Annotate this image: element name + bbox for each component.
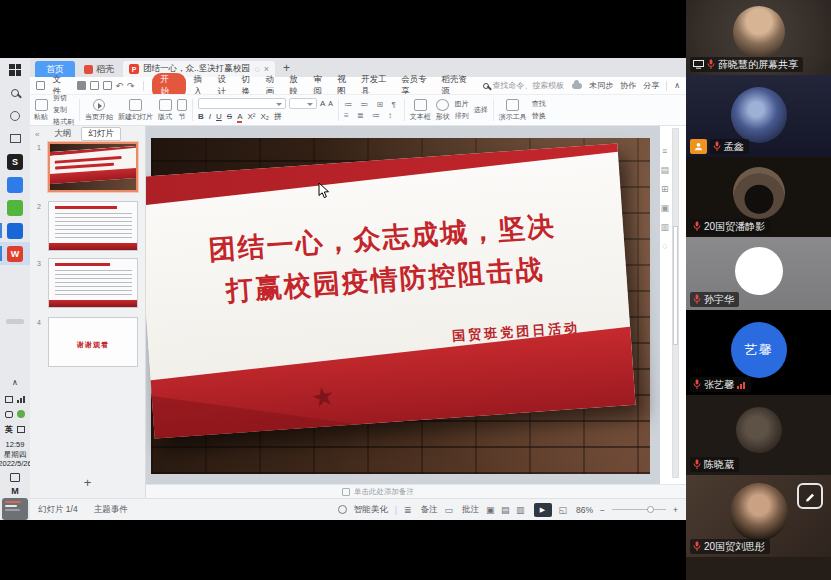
present-tools-button[interactable]: 演示工具: [499, 97, 527, 123]
participant-tile[interactable]: 艺馨 张艺馨: [686, 310, 831, 395]
taskbar-app-green[interactable]: [0, 196, 30, 219]
tray-row-1[interactable]: [5, 392, 25, 407]
list-icons-row[interactable]: ≔ ≕ ⊞ ¶: [344, 100, 399, 109]
tab-docer[interactable]: 稻壳: [75, 61, 123, 77]
slide-thumbnail-1[interactable]: [48, 142, 138, 192]
taskbar-app-dark[interactable]: S: [0, 150, 30, 173]
sync-status[interactable]: 未同步: [589, 80, 613, 91]
taskbar-app-wps[interactable]: W: [0, 242, 30, 265]
tray-expand-chevron[interactable]: ∧: [12, 378, 18, 392]
task-view-button[interactable]: [0, 127, 30, 150]
zoom-slider-knob[interactable]: [647, 506, 654, 513]
zoom-slider[interactable]: [612, 509, 666, 510]
edit-pane-icon[interactable]: ⊞: [661, 184, 669, 194]
participant-tile[interactable]: 孙宇华: [686, 237, 831, 310]
format-painter-button[interactable]: 格式刷: [53, 117, 74, 126]
slide-editing-area[interactable]: 团结一心，众志成城，坚决 打赢校园疫情防控阻击战 国贸班党团日活动 ★: [151, 138, 650, 474]
align-icons-row[interactable]: ≡ ≣ ≔ ↕: [344, 111, 399, 120]
zoom-in-icon[interactable]: +: [673, 505, 678, 515]
paste-button[interactable]: 粘贴: [34, 97, 48, 123]
underline-icon[interactable]: U: [216, 112, 222, 121]
comment-toggle[interactable]: 批注: [462, 504, 479, 516]
italic-icon[interactable]: I: [209, 112, 211, 121]
action-center-icon[interactable]: [10, 473, 20, 482]
find-button[interactable]: 查找: [532, 99, 546, 109]
layout-button[interactable]: 版式: [158, 97, 172, 123]
collapse-panel-icon[interactable]: «: [35, 130, 39, 139]
slide-thumbnail-2[interactable]: [48, 201, 138, 251]
slide-thumbnail-3[interactable]: [48, 258, 138, 308]
subscript-icon[interactable]: X₂: [260, 112, 268, 121]
strikethrough-icon[interactable]: S: [227, 112, 232, 121]
bold-icon[interactable]: B: [198, 112, 204, 121]
arrange-button[interactable]: 排列: [455, 111, 469, 121]
tray-row-2[interactable]: [5, 407, 25, 422]
new-slide-button[interactable]: 新建幻灯片: [118, 97, 153, 123]
beautify-button[interactable]: 智能美化: [354, 504, 388, 516]
superscript-icon[interactable]: X²: [247, 112, 255, 121]
object-pane-icon[interactable]: ≡: [662, 146, 667, 156]
animation-pane-icon[interactable]: ▣: [660, 203, 669, 213]
annotate-icon[interactable]: [797, 483, 823, 509]
slide-thumbnail-4[interactable]: 谢谢观看: [48, 317, 138, 367]
print-icon[interactable]: [90, 81, 99, 90]
notes-bar[interactable]: 单击此处添加备注: [146, 484, 686, 498]
font-family-select[interactable]: [198, 98, 286, 109]
slides-tab[interactable]: 幻灯片: [81, 127, 121, 141]
notes-toggle-icon[interactable]: ≣: [404, 505, 414, 515]
taskbar-app-meeting[interactable]: [0, 219, 30, 242]
design-pane-icon[interactable]: ▤: [660, 165, 669, 175]
font-size-select[interactable]: [289, 98, 317, 109]
redo-icon[interactable]: ↷: [127, 81, 135, 91]
participant-tile-share[interactable]: 薛晓慧的屏幕共享: [686, 0, 831, 75]
slide-canvas[interactable]: 团结一心，众志成城，坚决 打赢校园疫情防控阻击战 国贸班党团日活动 ★: [146, 126, 660, 484]
textbox-button[interactable]: 文本框: [410, 97, 431, 123]
shrink-font-icon[interactable]: A: [328, 100, 333, 107]
share-button[interactable]: 分享: [643, 80, 659, 91]
shape-button[interactable]: 形状: [436, 97, 450, 123]
taskbar-clock[interactable]: 12:59 星期四 2022/5/26: [0, 440, 32, 469]
undo-icon[interactable]: ↶: [116, 81, 124, 91]
scrollbar-handle[interactable]: [673, 226, 678, 344]
phonetic-icon[interactable]: 拼: [274, 111, 282, 122]
comment-pane-icon[interactable]: ▥: [660, 222, 669, 232]
input-language-indicator[interactable]: 英: [5, 422, 25, 437]
select-button[interactable]: 选择: [474, 105, 488, 115]
play-from-current-button[interactable]: 当页开始: [85, 97, 113, 123]
notes-toggle[interactable]: 备注: [421, 504, 438, 516]
collapse-ribbon-icon[interactable]: ∧: [674, 81, 680, 90]
taskbar-search-button[interactable]: [0, 81, 30, 104]
copy-button[interactable]: 复制: [53, 105, 74, 115]
participant-tile[interactable]: 20国贸潘静影: [686, 157, 831, 237]
view-mode-icons[interactable]: ▣ ▤ ▥: [486, 505, 527, 515]
command-search[interactable]: 查找命令、搜索模板: [483, 80, 564, 91]
tab-close-icon[interactable]: ×: [264, 64, 269, 74]
participant-tile[interactable]: 孟鑫: [686, 75, 831, 157]
more-pane-icon[interactable]: ◌: [662, 241, 667, 251]
fit-window-icon[interactable]: ◱: [559, 505, 570, 515]
export-icon[interactable]: [103, 81, 112, 90]
start-button[interactable]: [0, 58, 30, 81]
hamburger-icon[interactable]: [36, 81, 45, 90]
font-color-icon[interactable]: A: [237, 112, 242, 123]
taskbar-app-blue[interactable]: [0, 173, 30, 196]
grow-font-icon[interactable]: A: [320, 99, 325, 108]
participant-tile[interactable]: 20国贸刘思彤: [686, 475, 831, 557]
slideshow-play-button[interactable]: ▶: [534, 503, 552, 517]
cut-button[interactable]: 剪切: [53, 94, 74, 103]
cortana-button[interactable]: [0, 104, 30, 127]
participant-tile-partial[interactable]: [686, 557, 831, 580]
save-icon[interactable]: [77, 81, 86, 90]
replace-button[interactable]: 替换: [532, 111, 546, 121]
zoom-level[interactable]: 86%: [576, 505, 593, 515]
add-slide-button[interactable]: +: [84, 475, 92, 490]
taskbar-mini-scrollbar[interactable]: [6, 319, 24, 324]
zoom-out-icon[interactable]: −: [600, 505, 605, 515]
picture-button[interactable]: 图片: [455, 99, 469, 109]
outline-tab[interactable]: 大纲: [54, 128, 71, 140]
section-button[interactable]: 节: [177, 97, 187, 123]
vertical-scrollbar[interactable]: [672, 128, 679, 478]
collaborate-button[interactable]: 协作: [620, 80, 636, 91]
participant-tile[interactable]: 陈晓葳: [686, 395, 831, 475]
comment-toggle-icon[interactable]: ▭: [445, 505, 456, 515]
